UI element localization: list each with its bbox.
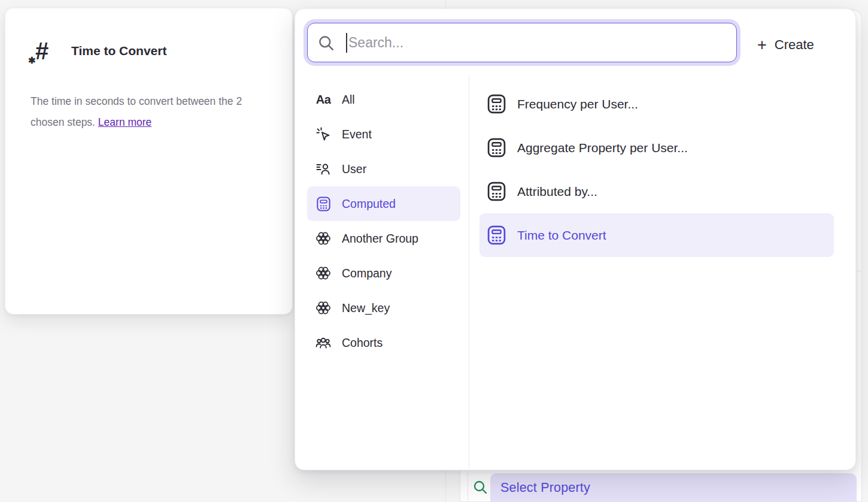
select-property-label: Select Property: [500, 480, 590, 495]
user-profile-icon: [314, 162, 332, 176]
category-item-event[interactable]: Event: [307, 117, 460, 152]
create-button[interactable]: + Create: [751, 33, 820, 57]
column-divider: [469, 75, 469, 470]
result-item-attributed-by[interactable]: Attributed by...: [479, 170, 834, 213]
result-item-aggregate-property-per-user[interactable]: Aggregate Property per User...: [479, 126, 834, 170]
plus-icon: +: [757, 37, 767, 53]
result-list: Frequency per User... Aggregate Property…: [479, 82, 834, 257]
category-item-new-key[interactable]: New_key: [307, 291, 460, 325]
background-panel-edge: [445, 0, 446, 8]
search-box: [307, 23, 737, 62]
text-aa-icon: Aa: [314, 93, 332, 107]
cohorts-people-icon: [314, 336, 332, 349]
category-item-cohorts[interactable]: Cohorts: [307, 325, 460, 360]
calculator-icon: [485, 182, 507, 201]
category-item-all[interactable]: Aa All: [307, 82, 460, 117]
calculator-icon: [485, 94, 507, 114]
group-cluster-icon: [314, 231, 332, 246]
tooltip-description: The time in seconds to convert between t…: [31, 91, 270, 133]
group-cluster-icon: [314, 266, 332, 280]
background-divider: [857, 271, 862, 271]
tooltip-title: Time to Convert: [71, 44, 166, 58]
property-picker-dropdown: + Create Aa All Event User Computed: [295, 8, 856, 470]
create-button-label: Create: [775, 37, 814, 53]
property-tooltip-card: # ✱ Time to Convert The time in seconds …: [5, 8, 293, 314]
background-column-divider: [468, 473, 468, 502]
category-list: Aa All Event User Computed Another Gro: [307, 82, 460, 360]
calculator-icon: [485, 138, 507, 158]
result-item-time-to-convert[interactable]: Time to Convert: [479, 213, 834, 257]
group-cluster-icon: [314, 301, 332, 315]
hash-computed-icon: # ✱: [32, 35, 60, 69]
select-property-control[interactable]: Select Property: [490, 473, 857, 502]
event-click-icon: [314, 127, 332, 141]
category-item-computed[interactable]: Computed: [307, 186, 460, 221]
category-item-company[interactable]: Company: [307, 256, 460, 291]
category-item-another-group[interactable]: Another Group: [307, 221, 460, 256]
result-item-frequency-per-user[interactable]: Frequency per User...: [479, 82, 834, 126]
calculator-icon: [485, 225, 507, 245]
search-input[interactable]: [308, 23, 736, 62]
category-item-user[interactable]: User: [307, 152, 460, 186]
learn-more-link[interactable]: Learn more: [98, 116, 152, 128]
calculator-icon: [314, 196, 332, 211]
search-icon: [473, 480, 487, 494]
background-panel-edge: [445, 470, 446, 502]
